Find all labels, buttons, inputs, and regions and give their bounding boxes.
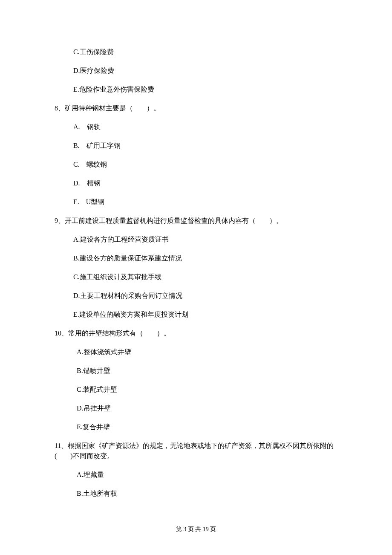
q9-option-a: A.建设各方的工程经营资质证书 [51, 234, 341, 245]
q10-option-e: E.复合井壁 [51, 422, 341, 432]
q9-option-b: B.建设各方的质量保证体系建立情况 [51, 253, 341, 263]
page-container: C.工伤保险费 D.医疗保险费 E.危险作业意外伤害保险费 8、矿用特种钢材主要… [0, 0, 392, 555]
q8-option-a: A. 钢轨 [51, 122, 341, 132]
q8-option-e: E. U型钢 [51, 197, 341, 207]
q8-stem: 8、矿用特种钢材主要是（ ）。 [51, 103, 341, 113]
q9-option-d: D.主要工程材料的采购合同订立情况 [51, 291, 341, 301]
q9-stem: 9、开工前建设工程质量监督机构进行质量监督检查的具体内容有（ ）。 [51, 216, 341, 226]
q8-option-d: D. 槽钢 [51, 178, 341, 188]
q7-option-c: C.工伤保险费 [51, 47, 341, 57]
q11-option-a: A.埋藏量 [51, 470, 341, 480]
q8-option-b: B. 矿用工字钢 [51, 141, 341, 151]
page-footer: 第 3 页 共 19 页 [0, 525, 392, 534]
q10-option-b: B.锚喷井壁 [51, 366, 341, 376]
q10-option-c: C.装配式井壁 [51, 384, 341, 395]
q7-option-e: E.危险作业意外伤害保险费 [51, 84, 341, 95]
q11-stem: 11、根据国家《矿产资源法》的规定，无论地表或地下的矿产资源，其所属权不因其所依… [51, 441, 341, 461]
q9-option-c: C.施工组织设计及其审批手续 [51, 272, 341, 282]
q10-option-a: A.整体浇筑式井壁 [51, 347, 341, 357]
q11-option-b: B.土地所有权 [51, 489, 341, 499]
q10-stem: 10、常用的井壁结构形式有（ ）。 [51, 328, 341, 338]
q10-option-d: D.吊挂井壁 [51, 403, 341, 413]
q7-option-d: D.医疗保险费 [51, 66, 341, 76]
q8-option-c: C. 螺纹钢 [51, 159, 341, 170]
q9-option-e: E.建设单位的融资方案和年度投资计划 [51, 309, 341, 320]
